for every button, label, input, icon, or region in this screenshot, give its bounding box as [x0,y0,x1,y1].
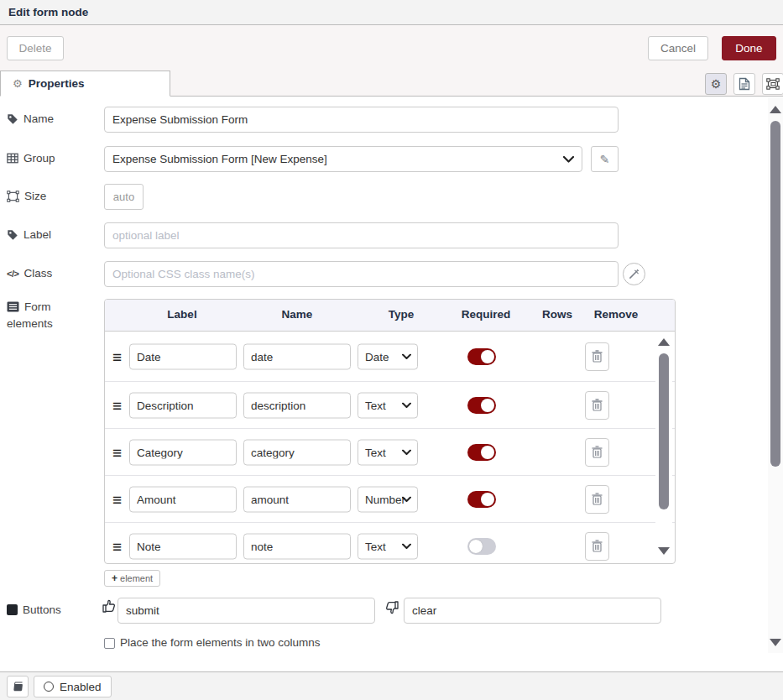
element-name-input[interactable] [243,533,351,559]
element-label-input[interactable] [129,486,237,512]
code-icon: </> [7,269,18,279]
drag-handle[interactable]: ≡ [112,444,122,460]
add-element-button[interactable]: + element [104,570,160,587]
element-name-input[interactable] [243,486,351,512]
col-header-required: Required [462,308,511,321]
circle-icon [44,682,54,692]
element-type-select[interactable]: Text [358,392,418,418]
chevron-down-icon [402,496,411,502]
col-header-label: Label [167,308,196,321]
required-toggle[interactable] [467,397,496,414]
chevron-down-icon [563,156,574,163]
object-group-icon [766,77,780,91]
properties-view-button[interactable]: ⚙ [705,73,727,95]
trash-icon [592,350,603,363]
table-scrollbar[interactable] [655,333,672,562]
scrollbar-thumb[interactable] [770,121,780,467]
group-select[interactable]: Expense Submission Form [New Expense] [104,146,582,172]
name-input[interactable] [104,107,619,133]
chevron-down-icon [402,353,411,359]
element-name-input[interactable] [243,439,351,465]
required-toggle[interactable] [467,444,496,461]
chevron-down-icon [402,449,411,455]
gear-icon: ⚙ [711,78,722,90]
submit-button-label-input[interactable] [117,598,375,624]
element-name-input[interactable] [243,343,351,369]
label-input[interactable] [104,222,619,248]
dialog-footer: Enabled [0,671,783,700]
tab-properties[interactable]: ⚙ Properties [0,71,170,97]
element-label-input[interactable] [129,343,237,369]
table-row: ≡ Text [105,429,675,476]
drag-handle[interactable]: ≡ [112,348,122,364]
table-icon [7,153,18,164]
class-input[interactable] [104,261,619,287]
table-row: ≡ Date [105,332,675,382]
remove-element-button[interactable] [585,342,609,371]
chevron-down-icon [402,543,411,549]
pencil-icon: ✎ [600,153,610,166]
required-toggle[interactable] [467,491,496,508]
node-help-button[interactable] [7,676,29,697]
class-helper-button[interactable] [623,263,645,285]
form-elements-field-label: Form [7,300,51,313]
scroll-down-arrow[interactable] [658,547,670,555]
scroll-up-arrow[interactable] [658,338,670,346]
remove-element-button[interactable] [585,485,609,514]
dialog-title: Edit form node [8,6,88,18]
size-field-label: Size [7,190,46,202]
required-toggle[interactable] [467,348,496,365]
cancel-button[interactable]: Cancel [648,36,708,60]
scrollbar-thumb[interactable] [659,353,669,509]
document-icon [739,77,750,91]
col-header-name: Name [282,308,313,321]
col-header-remove: Remove [594,308,639,321]
col-header-rows: Rows [542,308,572,321]
element-type-select[interactable]: Text [358,439,418,465]
drag-handle[interactable]: ≡ [112,397,122,413]
form-elements-table-body: ≡ Date ≡ [105,332,675,563]
col-header-type: Type [389,308,415,321]
element-label-input[interactable] [129,533,237,559]
description-view-button[interactable] [733,73,755,95]
object-group-icon [7,191,19,202]
element-name-input[interactable] [243,392,351,418]
layout-view-button[interactable] [762,73,783,95]
done-button[interactable]: Done [722,36,776,60]
element-type-select[interactable]: Number [358,486,418,512]
size-button[interactable]: auto [104,184,144,210]
plus-icon: + [112,572,117,584]
drag-handle[interactable]: ≡ [112,538,122,554]
trash-icon [592,493,603,505]
delete-button[interactable]: Delete [7,36,64,60]
remove-element-button[interactable] [585,438,609,467]
thumbs-down-icon [384,600,399,615]
two-columns-label: Place the form elements in two columns [120,636,321,649]
scroll-up-arrow[interactable] [770,106,781,113]
required-toggle[interactable] [467,538,496,555]
scroll-down-arrow[interactable] [770,639,781,646]
form-elements-table: Label Name Type Required Rows Remove ≡ D… [104,299,676,564]
button-tray: Delete Cancel Done [0,25,783,71]
chevron-down-icon [402,402,411,408]
tag-icon [7,229,18,241]
element-type-select[interactable]: Date [358,343,418,369]
toggle-knob [481,399,494,412]
form-elements-field-label-line2: elements [7,317,53,330]
element-type-select[interactable]: Text [358,533,418,559]
book-icon [12,681,23,692]
edit-group-button[interactable]: ✎ [591,146,619,172]
remove-element-button[interactable] [585,391,609,420]
wand-slash-icon [629,269,639,279]
toggle-knob [481,350,494,363]
thumbs-up-icon [102,598,117,614]
enabled-button[interactable]: Enabled [34,676,112,697]
two-columns-checkbox[interactable] [104,638,115,649]
element-label-input[interactable] [129,439,237,465]
trash-icon [592,399,603,411]
drag-handle[interactable]: ≡ [112,491,122,507]
clear-button-label-input[interactable] [404,598,661,624]
dialog-scrollbar[interactable] [768,97,783,653]
element-label-input[interactable] [129,392,237,418]
remove-element-button[interactable] [585,532,609,561]
